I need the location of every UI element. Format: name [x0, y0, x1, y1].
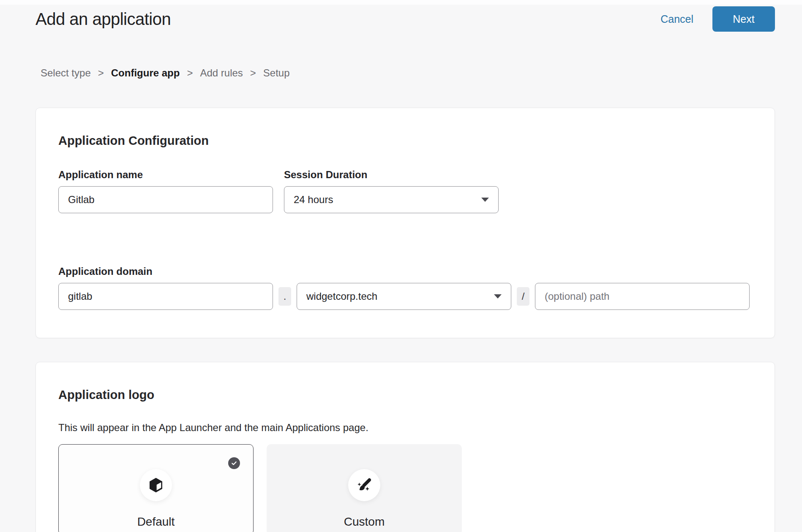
- name-session-row: Application name Session Duration 24 hou…: [58, 169, 752, 213]
- session-duration-label: Session Duration: [284, 169, 499, 181]
- page-header: Add an application Cancel Next: [0, 5, 802, 32]
- session-duration-value: 24 hours: [294, 194, 333, 206]
- breadcrumb-separator: >: [187, 67, 193, 79]
- logo-option-label: Custom: [344, 515, 385, 529]
- application-configuration-title: Application Configuration: [58, 133, 752, 148]
- paintbrush-icon: [356, 477, 373, 494]
- domain-select[interactable]: widgetcorp.tech: [297, 283, 511, 310]
- application-configuration-card: Application Configuration Application na…: [35, 108, 775, 338]
- logo-option-custom[interactable]: Custom: [267, 444, 462, 532]
- logo-option-default[interactable]: Default: [58, 444, 254, 532]
- breadcrumb-step-select-type[interactable]: Select type: [41, 67, 91, 79]
- cancel-button[interactable]: Cancel: [660, 13, 693, 25]
- chevron-down-icon: [494, 294, 502, 299]
- session-duration-field-group: Session Duration 24 hours: [284, 169, 499, 213]
- application-name-field-group: Application name: [58, 169, 273, 213]
- next-button[interactable]: Next: [712, 6, 775, 32]
- breadcrumb-step-setup[interactable]: Setup: [263, 67, 290, 79]
- custom-logo-circle: [348, 469, 380, 501]
- cube-icon: [147, 477, 164, 494]
- slash-separator: /: [517, 287, 529, 306]
- window-top-strip: [0, 0, 802, 5]
- application-domain-field-group: Application domain . widgetcorp.tech /: [58, 266, 752, 310]
- chevron-down-icon: [481, 198, 489, 202]
- breadcrumb-separator: >: [98, 67, 104, 79]
- header-actions: Cancel Next: [660, 6, 775, 32]
- application-domain-label: Application domain: [58, 266, 752, 277]
- application-domain-row: . widgetcorp.tech /: [58, 283, 752, 310]
- dot-separator: .: [278, 287, 291, 306]
- breadcrumb: Select type > Configure app > Add rules …: [41, 67, 802, 79]
- application-logo-card: Application logo This will appear in the…: [35, 362, 775, 532]
- breadcrumb-step-add-rules[interactable]: Add rules: [200, 67, 243, 79]
- application-name-label: Application name: [58, 169, 273, 181]
- breadcrumb-separator: >: [250, 67, 256, 79]
- breadcrumb-step-configure-app[interactable]: Configure app: [111, 67, 180, 79]
- application-logo-title: Application logo: [58, 388, 752, 402]
- application-name-input[interactable]: [58, 186, 273, 213]
- selected-check-badge: [228, 457, 240, 469]
- logo-option-tiles: Default Custom: [58, 444, 752, 532]
- session-duration-select[interactable]: 24 hours: [284, 186, 499, 213]
- subdomain-input[interactable]: [58, 283, 273, 310]
- path-input[interactable]: [535, 283, 750, 310]
- domain-select-value: widgetcorp.tech: [306, 290, 377, 302]
- logo-option-label: Default: [137, 515, 175, 529]
- default-logo-circle: [140, 469, 172, 501]
- page-title: Add an application: [35, 10, 171, 29]
- application-logo-description: This will appear in the App Launcher and…: [58, 421, 752, 434]
- check-icon: [231, 460, 237, 467]
